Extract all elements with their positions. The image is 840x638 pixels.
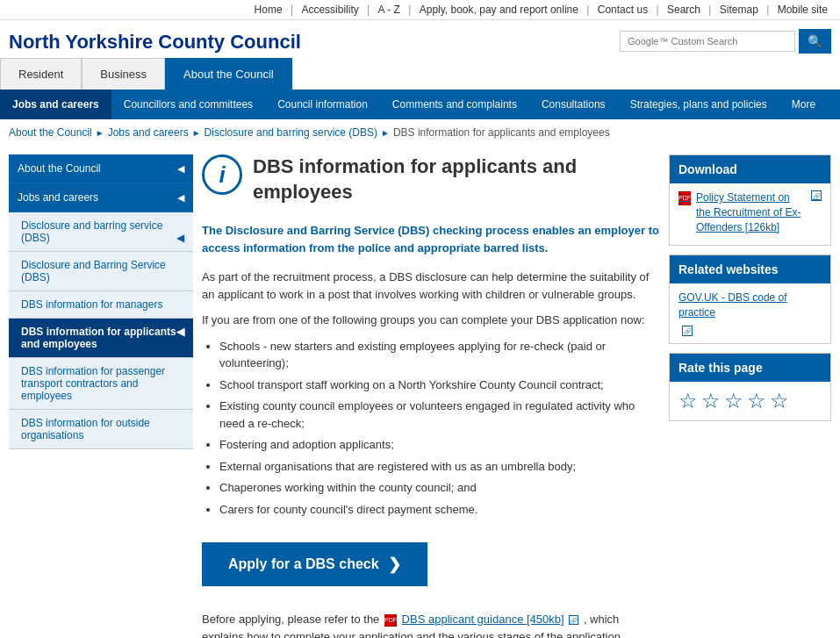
- list-item: School transport staff working on a Nort…: [219, 376, 660, 394]
- breadcrumb-current: DBS information for applicants and emplo…: [393, 126, 610, 139]
- apply-button[interactable]: Apply for a DBS check ❯: [202, 542, 427, 586]
- sidebar-arrow-dbs: ◀: [176, 232, 184, 244]
- search-link[interactable]: Search: [667, 4, 700, 16]
- breadcrumb-arrow-2: ►: [192, 128, 201, 138]
- main-content: i DBS information for applicants and emp…: [202, 154, 660, 638]
- sidebar-arrow-active: ◀: [176, 326, 184, 350]
- subnav-strategies[interactable]: Strategies, plans and policies: [618, 90, 779, 119]
- related-link[interactable]: GOV.UK - DBS code of practice: [678, 290, 822, 320]
- para2: If you are from one of the following gro…: [202, 312, 660, 329]
- breadcrumb-jobs[interactable]: Jobs and careers: [108, 126, 189, 139]
- search-input[interactable]: [620, 31, 795, 52]
- breadcrumb-about[interactable]: About the Council: [9, 126, 92, 139]
- download-panel: Download PDF Policy Statement on the Rec…: [669, 154, 831, 246]
- related-panel: Related websites GOV.UK - DBS code of pr…: [669, 254, 831, 344]
- pdf-icon: PDF: [678, 191, 691, 205]
- sidebar-item-applicants[interactable]: DBS information for applicants and emplo…: [9, 319, 193, 358]
- rate-header: Rate this page: [670, 354, 830, 382]
- main-navigation: Resident Business About the Council: [0, 58, 840, 90]
- related-body: GOV.UK - DBS code of practice 🔗: [670, 283, 830, 343]
- download-link[interactable]: PDF Policy Statement on the Recruitment …: [678, 190, 822, 234]
- sidebar-item-transport[interactable]: DBS information for passenger transport …: [9, 358, 193, 410]
- list-item: Schools - new starters and existing empl…: [219, 338, 660, 372]
- sidebar-item-managers[interactable]: DBS information for managers: [9, 291, 193, 319]
- chevron-icon: ❯: [388, 555, 401, 574]
- related-ext-icon: 🔗: [682, 326, 693, 336]
- ext-icon-inline: 🔗: [569, 615, 578, 625]
- list-item: Carers for county council's direct payme…: [219, 501, 660, 519]
- intro-text: The Disclosure and Barring Service (DBS)…: [202, 222, 660, 256]
- subnav-comments[interactable]: Comments and complaints: [380, 90, 529, 119]
- header: North Yorkshire County Council 🔍: [0, 20, 840, 58]
- sidebar-item-jobs[interactable]: Jobs and careers ◀: [9, 183, 193, 212]
- para3: Before applying, please refer to the PDF…: [202, 611, 660, 638]
- a-z-link[interactable]: A - Z: [378, 4, 400, 16]
- info-icon: i: [202, 154, 242, 195]
- tab-business[interactable]: Business: [82, 58, 165, 90]
- sidebar: About the Council ◀ Jobs and careers ◀ D…: [9, 154, 193, 638]
- breadcrumb: About the Council ► Jobs and careers ► D…: [0, 119, 840, 146]
- bullet-list: Schools - new starters and existing empl…: [219, 338, 660, 519]
- para1: As part of the recruitment process, a DB…: [202, 269, 660, 303]
- star-1[interactable]: ☆: [678, 389, 698, 413]
- subnav-council-info[interactable]: Council information: [265, 90, 380, 119]
- list-item: Chaperones working within the county cou…: [219, 479, 660, 497]
- apply-link[interactable]: Apply, book, pay and report online: [420, 4, 578, 16]
- sidebar-arrow-jobs: ◀: [177, 192, 184, 204]
- subnav-consultations[interactable]: Consultations: [529, 90, 618, 119]
- breadcrumb-dbs[interactable]: Disclosure and barring service (DBS): [205, 126, 377, 139]
- site-logo: North Yorkshire County Council: [9, 31, 301, 58]
- list-item: External organisations that are register…: [219, 458, 660, 476]
- star-3[interactable]: ☆: [724, 389, 743, 413]
- content-area: About the Council ◀ Jobs and careers ◀ D…: [0, 146, 840, 638]
- sitemap-link[interactable]: Sitemap: [720, 4, 758, 16]
- contact-link[interactable]: Contact us: [598, 4, 648, 16]
- sidebar-item-outside[interactable]: DBS information for outside organisation…: [9, 410, 193, 449]
- subnav-councillors[interactable]: Councillors and committees: [111, 90, 265, 119]
- star-2[interactable]: ☆: [701, 389, 721, 413]
- related-header: Related websites: [670, 255, 830, 283]
- sidebar-arrow-about: ◀: [177, 163, 184, 175]
- home-link[interactable]: Home: [255, 4, 283, 16]
- star-4[interactable]: ☆: [747, 389, 766, 413]
- list-item: Fostering and adoption applicants;: [219, 436, 660, 454]
- tab-about-council[interactable]: About the Council: [165, 58, 292, 90]
- sidebar-item-about[interactable]: About the Council ◀: [9, 154, 193, 183]
- star-rating: ☆ ☆ ☆ ☆ ☆: [670, 382, 830, 420]
- subnav-more[interactable]: More: [779, 90, 828, 119]
- top-bar: Home | Accessibility | A - Z | Apply, bo…: [0, 0, 840, 20]
- search-area: 🔍: [620, 29, 831, 58]
- rate-panel: Rate this page ☆ ☆ ☆ ☆ ☆: [669, 353, 831, 421]
- download-body: PDF Policy Statement on the Recruitment …: [670, 183, 830, 245]
- sidebar-item-dbs2[interactable]: Disclosure and Barring Service (DBS): [9, 252, 193, 291]
- sidebar-item-dbs[interactable]: Disclosure and barring service (DBS) ◀: [9, 212, 193, 252]
- breadcrumb-arrow-3: ►: [381, 128, 390, 138]
- ext-icon: 🔗: [811, 190, 822, 201]
- guidance-link[interactable]: DBS applicant guidance [450kb]: [402, 613, 564, 626]
- subnav-jobs[interactable]: Jobs and careers: [0, 90, 111, 119]
- star-5[interactable]: ☆: [770, 389, 789, 413]
- page-title: DBS information for applicants and emplo…: [253, 154, 660, 204]
- search-button[interactable]: 🔍: [799, 29, 831, 54]
- accessibility-link[interactable]: Accessibility: [301, 4, 358, 16]
- list-item: Existing county council employees or vol…: [219, 398, 660, 432]
- right-panel: Download PDF Policy Statement on the Rec…: [669, 154, 831, 638]
- tab-resident[interactable]: Resident: [0, 58, 82, 90]
- mobile-link[interactable]: Mobile site: [778, 4, 828, 16]
- apply-button-label: Apply for a DBS check: [228, 556, 379, 572]
- download-header: Download: [670, 155, 830, 183]
- sub-navigation: Jobs and careers Councillors and committ…: [0, 90, 840, 119]
- pdf-icon-inline: PDF: [384, 614, 397, 627]
- breadcrumb-arrow-1: ►: [96, 128, 104, 138]
- title-area: i DBS information for applicants and emp…: [202, 154, 660, 213]
